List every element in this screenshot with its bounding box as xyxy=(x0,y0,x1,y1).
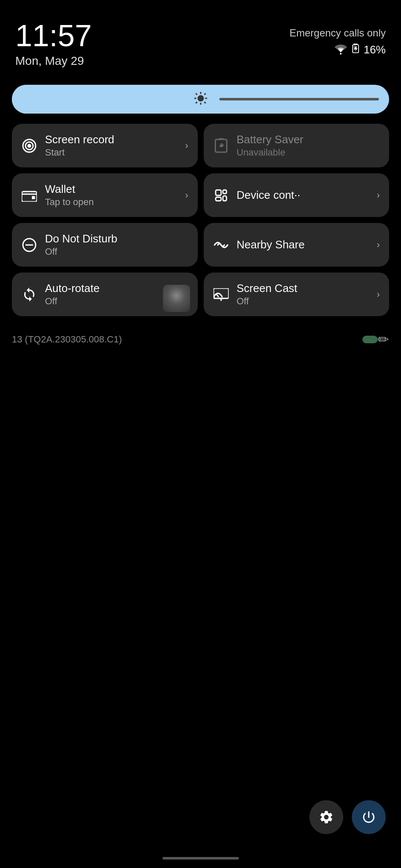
screen-cast-subtitle: Off xyxy=(237,296,369,307)
device-controls-title: Device cont·· xyxy=(237,189,369,202)
wallet-chevron: › xyxy=(185,190,188,201)
footer-bar: 13 (TQ2A.230305.008.C1) ✏ xyxy=(0,323,401,356)
battery-saver-subtitle: Unavailable xyxy=(237,147,380,158)
edit-icon[interactable]: ✏ xyxy=(378,331,389,348)
screen-record-icon xyxy=(21,138,37,154)
tile-screen-record[interactable]: Screen record Start › xyxy=(12,124,198,167)
build-info: 13 (TQ2A.230305.008.C1) xyxy=(12,334,357,345)
status-icons: 16% xyxy=(334,43,386,56)
settings-button[interactable] xyxy=(309,800,343,834)
battery-saver-title: Battery Saver xyxy=(237,133,380,146)
auto-rotate-thumb xyxy=(163,285,190,312)
screen-cast-icon xyxy=(213,287,229,303)
status-bar: 11:57 Mon, May 29 Emergency calls only xyxy=(0,0,401,76)
bottom-actions xyxy=(309,800,386,834)
nearby-share-title: Nearby Share xyxy=(237,238,369,251)
home-indicator xyxy=(163,857,239,860)
brightness-slider[interactable] xyxy=(12,85,389,114)
svg-point-0 xyxy=(340,53,342,54)
svg-line-12 xyxy=(204,93,205,95)
emergency-text: Emergency calls only xyxy=(289,27,386,39)
tile-battery-saver[interactable]: Battery Saver Unavailable xyxy=(204,124,390,167)
svg-rect-22 xyxy=(213,288,229,298)
battery-saver-icon xyxy=(213,138,229,154)
tile-nearby-share-text: Nearby Share xyxy=(237,238,369,251)
wallet-title: Wallet xyxy=(45,183,177,196)
tile-nearby-share[interactable]: Nearby Share › xyxy=(204,223,390,267)
auto-rotate-icon xyxy=(21,287,37,303)
date: Mon, May 29 xyxy=(15,54,92,68)
screen-record-title: Screen record xyxy=(45,133,177,146)
do-not-disturb-subtitle: Off xyxy=(45,246,188,257)
nearby-share-icon xyxy=(213,237,229,253)
wallet-subtitle: Tap to open xyxy=(45,197,177,208)
nearby-share-chevron: › xyxy=(377,239,380,250)
tile-wallet-text: Wallet Tap to open xyxy=(45,183,177,208)
screen-cast-title: Screen Cast xyxy=(237,282,369,295)
tile-screen-record-text: Screen record Start xyxy=(45,133,177,158)
wifi-icon xyxy=(334,44,348,56)
screen-cast-chevron: › xyxy=(377,289,380,300)
screen-record-chevron: › xyxy=(185,140,188,151)
svg-line-10 xyxy=(204,102,205,103)
brightness-track xyxy=(219,98,379,100)
tile-screen-cast[interactable]: Screen Cast Off › xyxy=(204,273,390,316)
charging-icon xyxy=(352,44,359,56)
screen-record-subtitle: Start xyxy=(45,147,177,158)
clock: 11:57 xyxy=(15,20,92,51)
svg-point-4 xyxy=(197,95,204,102)
tile-device-controls[interactable]: Device cont·· › xyxy=(204,173,390,217)
device-controls-icon xyxy=(213,187,229,203)
tile-device-controls-text: Device cont·· xyxy=(237,189,369,202)
tile-auto-rotate[interactable]: Auto-rotate Off xyxy=(12,273,198,316)
pill-indicator xyxy=(362,336,378,343)
tile-screen-cast-text: Screen Cast Off xyxy=(237,282,369,307)
do-not-disturb-icon xyxy=(21,237,37,253)
device-controls-chevron: › xyxy=(377,190,380,201)
svg-line-11 xyxy=(196,102,197,103)
tile-battery-saver-text: Battery Saver Unavailable xyxy=(237,133,380,158)
tile-wallet[interactable]: Wallet Tap to open › xyxy=(12,173,198,217)
power-button[interactable] xyxy=(352,800,386,834)
brightness-fill xyxy=(12,85,219,114)
tile-do-not-disturb-text: Do Not Disturb Off xyxy=(45,232,188,257)
brightness-icon xyxy=(193,91,208,108)
quick-tiles-grid: Screen record Start › Battery Saver Unav… xyxy=(0,124,401,316)
status-right: Emergency calls only 16 xyxy=(289,20,386,56)
svg-line-9 xyxy=(196,93,197,95)
svg-point-15 xyxy=(28,144,31,147)
tile-do-not-disturb[interactable]: Do Not Disturb Off xyxy=(12,223,198,267)
battery-text: 16% xyxy=(364,43,386,56)
wallet-icon xyxy=(21,187,37,203)
svg-rect-19 xyxy=(32,196,35,199)
do-not-disturb-title: Do Not Disturb xyxy=(45,232,188,245)
